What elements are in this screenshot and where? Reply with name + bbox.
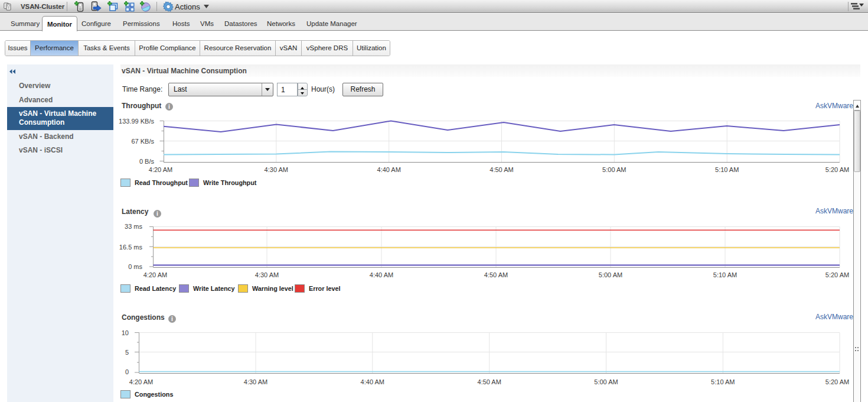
svg-text:4:40 AM: 4:40 AM: [370, 271, 393, 278]
svg-text:4:50 AM: 4:50 AM: [484, 271, 508, 278]
svg-text:4:30 AM: 4:30 AM: [255, 271, 279, 278]
svg-text:4:40 AM: 4:40 AM: [361, 378, 384, 385]
svg-text:0: 0: [125, 368, 129, 375]
svg-text:5:20 AM: 5:20 AM: [825, 378, 849, 385]
svg-text:4:30 AM: 4:30 AM: [244, 378, 267, 385]
svg-text:5:00 AM: 5:00 AM: [594, 378, 618, 385]
svg-text:4:20 AM: 4:20 AM: [129, 378, 153, 385]
svg-text:5:10 AM: 5:10 AM: [715, 166, 739, 173]
svg-text:4:50 AM: 4:50 AM: [490, 166, 513, 173]
svg-text:0 ms: 0 ms: [128, 263, 142, 270]
svg-text:5:20 AM: 5:20 AM: [825, 271, 849, 278]
svg-text:5:10 AM: 5:10 AM: [711, 378, 735, 385]
svg-text:133.99 KB/s: 133.99 KB/s: [119, 118, 154, 125]
svg-text:67 KB/s: 67 KB/s: [131, 138, 154, 145]
svg-text:0 B/s: 0 B/s: [139, 158, 155, 165]
svg-text:5:10 AM: 5:10 AM: [713, 271, 737, 278]
svg-text:4:40 AM: 4:40 AM: [377, 166, 401, 173]
svg-text:5: 5: [125, 349, 129, 356]
svg-text:5:20 AM: 5:20 AM: [825, 166, 849, 173]
svg-text:4:30 AM: 4:30 AM: [265, 166, 288, 173]
svg-text:5:00 AM: 5:00 AM: [602, 166, 626, 173]
svg-text:4:50 AM: 4:50 AM: [478, 378, 501, 385]
svg-text:5:00 AM: 5:00 AM: [599, 271, 622, 278]
svg-text:4:20 AM: 4:20 AM: [149, 166, 172, 173]
svg-text:16.5 ms: 16.5 ms: [119, 244, 143, 251]
svg-text:4:20 AM: 4:20 AM: [143, 271, 167, 278]
svg-text:10: 10: [122, 329, 129, 336]
svg-text:33 ms: 33 ms: [125, 223, 142, 230]
